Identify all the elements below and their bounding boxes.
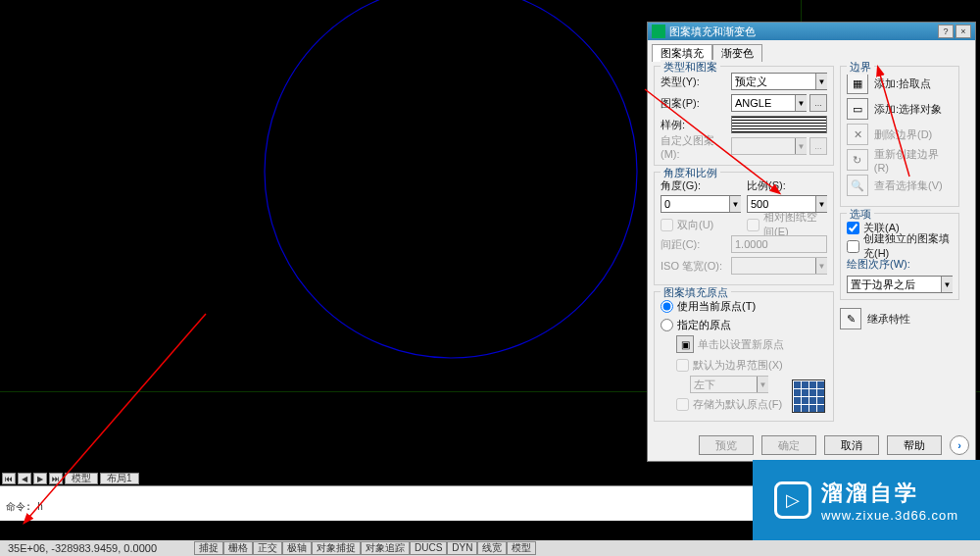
- recreate-boundary-button: ↻重新创建边界(R): [847, 149, 953, 171]
- remove-boundary-button: ✕删除边界(D): [847, 124, 953, 145]
- pattern-browse-button[interactable]: …: [809, 94, 827, 112]
- dyn-toggle[interactable]: DYN: [447, 541, 477, 555]
- hatch-dialog: 图案填充和渐变色 ? × 图案填充 渐变色 类型和图案 类型(Y): 预定义▼ …: [647, 22, 976, 462]
- watermark: ▷ 溜溜自学 www.zixue.3d66.com: [753, 460, 980, 540]
- app-icon: [652, 25, 665, 38]
- dialog-title: 图案填充和渐变色: [669, 25, 936, 39]
- recreate-icon: ↻: [847, 149, 868, 171]
- label-iso: ISO 笔宽(O):: [661, 259, 731, 274]
- pick-point-icon: ▦: [847, 73, 868, 94]
- snap-toggle[interactable]: 捕捉: [194, 541, 223, 555]
- custom-select: ▼: [731, 137, 807, 155]
- chevron-down-icon: ▼: [815, 258, 827, 274]
- close-icon[interactable]: ×: [956, 25, 971, 38]
- view-selection-button: 🔍查看选择集(V): [847, 175, 953, 196]
- label-custom: 自定义图案(M):: [661, 133, 731, 160]
- pattern-select[interactable]: ANGLE▼: [731, 94, 807, 112]
- watermark-url: www.zixue.3d66.com: [821, 508, 958, 523]
- group-type-pattern: 类型和图案 类型(Y): 预定义▼ 图案(P): ANGLE▼ … 样例: 自定…: [654, 66, 834, 166]
- paper-checkbox: [747, 219, 760, 231]
- dialog-tabs: 图案填充 渐变色: [648, 40, 975, 62]
- add-select-button[interactable]: ▭添加:选择对象: [847, 98, 953, 120]
- dialog-footer: 预览 确定 取消 帮助 ›: [648, 430, 975, 461]
- tab-layout1[interactable]: 布局1: [100, 473, 139, 484]
- custom-browse-button: …: [809, 137, 827, 155]
- inherit-icon: ✎: [840, 308, 861, 329]
- group-origin: 图案填充原点 使用当前原点(T) 指定的原点 ▣单击以设置新原点 默认为边界范围…: [654, 291, 834, 422]
- draw-order-select[interactable]: 置于边界之后▼: [847, 276, 953, 293]
- otrack-toggle[interactable]: 对象追踪: [361, 541, 410, 555]
- chevron-down-icon: ▼: [795, 138, 807, 154]
- polar-toggle[interactable]: 极轴: [282, 541, 312, 555]
- set-origin-icon: ▣: [676, 335, 694, 353]
- origin-specified-radio[interactable]: [661, 319, 673, 331]
- default-extent-checkbox: [676, 359, 689, 372]
- dialog-titlebar[interactable]: 图案填充和渐变色 ? ×: [648, 23, 975, 40]
- origin-preview: [792, 379, 825, 413]
- help-button[interactable]: 帮助: [887, 435, 942, 455]
- help-icon[interactable]: ?: [938, 25, 954, 38]
- group-options: 选项 关联(A) 创建独立的图案填充(H) 绘图次序(W): 置于边界之后▼: [840, 213, 959, 300]
- ortho-toggle[interactable]: 正交: [253, 541, 282, 555]
- lwt-toggle[interactable]: 线宽: [477, 541, 507, 555]
- tab-model[interactable]: 模型: [65, 473, 98, 484]
- label-scale: 比例(S):: [747, 178, 827, 193]
- chevron-down-icon: ▼: [729, 196, 741, 212]
- label-pattern: 图案(P):: [661, 96, 731, 111]
- coordinates: 35E+06, -328983.9459, 0.0000: [0, 542, 165, 554]
- inherit-button[interactable]: ✎继承特性: [840, 308, 959, 329]
- tab-last-icon[interactable]: ⏭: [49, 473, 63, 484]
- chevron-down-icon: ▼: [757, 377, 768, 392]
- view-icon: 🔍: [847, 175, 868, 196]
- label-spacing: 间距(C):: [661, 237, 731, 252]
- chevron-down-icon: ▼: [795, 95, 807, 111]
- spacing-input: 1.0000: [731, 235, 827, 253]
- play-icon: ▷: [774, 481, 811, 519]
- label-type: 类型(Y):: [661, 75, 731, 89]
- ducs-toggle[interactable]: DUCS: [410, 541, 447, 555]
- preview-button: 预览: [699, 435, 754, 455]
- expand-button[interactable]: ›: [950, 435, 969, 455]
- ok-button: 确定: [761, 435, 816, 455]
- chevron-down-icon: ▼: [815, 74, 827, 89]
- group-boundary: 边界 ▦添加:拾取点 ▭添加:选择对象 ✕删除边界(D) ↻重新创建边界(R) …: [840, 66, 959, 207]
- tab-prev-icon[interactable]: ◀: [18, 473, 31, 484]
- grid-toggle[interactable]: 栅格: [223, 541, 253, 555]
- watermark-brand: 溜溜自学: [821, 479, 919, 508]
- circle-entity: [265, 0, 637, 358]
- pattern-preview[interactable]: [731, 116, 827, 133]
- label-sample: 样例:: [661, 118, 731, 132]
- tab-first-icon[interactable]: ⏮: [2, 473, 16, 484]
- model-toggle[interactable]: 模型: [507, 541, 536, 555]
- add-pick-button[interactable]: ▦添加:拾取点: [847, 73, 953, 94]
- separate-checkbox[interactable]: [847, 240, 859, 253]
- type-select[interactable]: 预定义▼: [731, 73, 827, 90]
- double-checkbox: [661, 219, 673, 231]
- origin-pos-select: 左下▼: [690, 376, 768, 393]
- select-object-icon: ▭: [847, 98, 868, 120]
- associative-checkbox[interactable]: [847, 222, 859, 234]
- chevron-down-icon: ▼: [941, 277, 953, 292]
- tab-next-icon[interactable]: ▶: [33, 473, 47, 484]
- label-angle: 角度(G):: [661, 178, 741, 193]
- cancel-button[interactable]: 取消: [824, 435, 879, 455]
- save-default-checkbox: [676, 398, 689, 411]
- layout-tabs: ⏮ ◀ ▶ ⏭ 模型 布局1: [2, 472, 139, 485]
- angle-input[interactable]: 0▼: [661, 195, 741, 213]
- origin-current-radio[interactable]: [661, 300, 673, 313]
- remove-icon: ✕: [847, 124, 868, 145]
- iso-select: ▼: [731, 257, 827, 275]
- group-angle-scale: 角度和比例 角度(G): 0▼ 比例(S): 500▼ 双向(U) 相对图纸空间…: [654, 172, 834, 285]
- osnap-toggle[interactable]: 对象捕捉: [312, 541, 361, 555]
- status-bar: 35E+06, -328983.9459, 0.0000 捕捉 栅格 正交 极轴…: [0, 540, 980, 556]
